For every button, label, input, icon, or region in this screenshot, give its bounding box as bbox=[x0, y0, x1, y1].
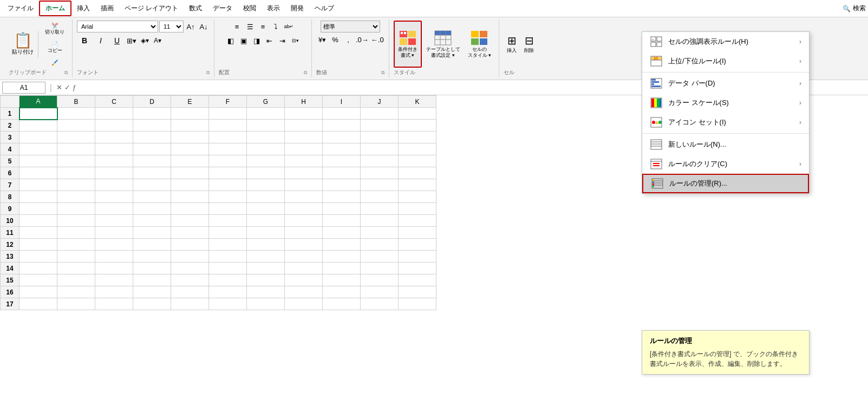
clipboard-expand-icon[interactable]: ⧉ bbox=[64, 70, 68, 76]
format-painter-button[interactable]: 🖌️ bbox=[42, 57, 68, 68]
cell-F5[interactable] bbox=[209, 155, 247, 167]
cell-C12[interactable] bbox=[95, 239, 133, 251]
cell-F6[interactable] bbox=[209, 167, 247, 179]
cell-I6[interactable] bbox=[323, 167, 361, 179]
formula-insert-icon[interactable]: ƒ bbox=[73, 83, 76, 91]
cell-I4[interactable] bbox=[323, 143, 361, 155]
cell-C10[interactable] bbox=[95, 215, 133, 227]
number-expand-icon[interactable]: ⧉ bbox=[381, 70, 384, 76]
cell-B10[interactable] bbox=[57, 215, 95, 227]
cell-B17[interactable] bbox=[57, 298, 95, 310]
cell-B13[interactable] bbox=[57, 251, 95, 263]
cell-G11[interactable] bbox=[247, 227, 285, 239]
cell-I1[interactable] bbox=[323, 108, 361, 120]
cell-D5[interactable] bbox=[133, 155, 171, 167]
cell-I16[interactable] bbox=[323, 286, 361, 298]
paste-button[interactable]: 📋 貼り付け bbox=[9, 31, 38, 58]
col-header-J[interactable]: J bbox=[361, 96, 399, 108]
cell-H7[interactable] bbox=[285, 179, 323, 191]
row-header-7[interactable]: 7 bbox=[1, 179, 19, 191]
cell-D7[interactable] bbox=[133, 179, 171, 191]
cell-A2[interactable] bbox=[19, 120, 57, 132]
wrap-text-button[interactable]: ab↵ bbox=[283, 21, 295, 32]
cell-D6[interactable] bbox=[133, 167, 171, 179]
percent-button[interactable]: % bbox=[329, 34, 341, 45]
cell-C9[interactable] bbox=[95, 203, 133, 215]
cell-C4[interactable] bbox=[95, 143, 133, 155]
cell-reference-box[interactable] bbox=[2, 82, 45, 94]
cell-I10[interactable] bbox=[323, 215, 361, 227]
cell-J15[interactable] bbox=[361, 274, 399, 286]
cell-K17[interactable] bbox=[399, 298, 436, 310]
merge-center-button[interactable]: ⊟▾ bbox=[290, 35, 302, 47]
menu-help[interactable]: ヘルプ bbox=[309, 2, 340, 15]
cell-K12[interactable] bbox=[399, 239, 436, 251]
decimal-decrease-button[interactable]: ←.0 bbox=[370, 34, 384, 45]
underline-button[interactable]: U bbox=[109, 35, 125, 47]
cell-B6[interactable] bbox=[57, 167, 95, 179]
cell-H17[interactable] bbox=[285, 298, 323, 310]
cell-G15[interactable] bbox=[247, 274, 285, 286]
row-header-14[interactable]: 14 bbox=[1, 263, 19, 274]
cell-F17[interactable] bbox=[209, 298, 247, 310]
cell-D15[interactable] bbox=[133, 274, 171, 286]
comma-button[interactable]: , bbox=[342, 34, 354, 45]
col-header-B[interactable]: B bbox=[57, 96, 95, 108]
cell-H3[interactable] bbox=[285, 132, 323, 143]
cell-K13[interactable] bbox=[399, 251, 436, 263]
menu-view[interactable]: 表示 bbox=[262, 2, 285, 15]
increase-indent-button[interactable]: ⇥ bbox=[277, 35, 289, 47]
cell-J12[interactable] bbox=[361, 239, 399, 251]
cell-K4[interactable] bbox=[399, 143, 436, 155]
cell-K5[interactable] bbox=[399, 155, 436, 167]
cell-H5[interactable] bbox=[285, 155, 323, 167]
cell-A11[interactable] bbox=[19, 227, 57, 239]
cell-J10[interactable] bbox=[361, 215, 399, 227]
cell-B16[interactable] bbox=[57, 286, 95, 298]
cell-B4[interactable] bbox=[57, 143, 95, 155]
cell-C17[interactable] bbox=[95, 298, 133, 310]
cell-I3[interactable] bbox=[323, 132, 361, 143]
cell-K3[interactable] bbox=[399, 132, 436, 143]
cell-J16[interactable] bbox=[361, 286, 399, 298]
cell-C7[interactable] bbox=[95, 179, 133, 191]
cell-I9[interactable] bbox=[323, 203, 361, 215]
row-header-11[interactable]: 11 bbox=[1, 227, 19, 239]
border-button[interactable]: ⊞▾ bbox=[126, 35, 138, 47]
cell-K14[interactable] bbox=[399, 263, 436, 274]
row-header-8[interactable]: 8 bbox=[1, 191, 19, 203]
highlight-rules-item[interactable]: < セルの強調表示ルール(H) › bbox=[642, 32, 809, 51]
cell-D2[interactable] bbox=[133, 120, 171, 132]
cell-G3[interactable] bbox=[247, 132, 285, 143]
cell-J14[interactable] bbox=[361, 263, 399, 274]
cell-H4[interactable] bbox=[285, 143, 323, 155]
cell-C6[interactable] bbox=[95, 167, 133, 179]
cell-B2[interactable] bbox=[57, 120, 95, 132]
cell-G8[interactable] bbox=[247, 191, 285, 203]
cell-C15[interactable] bbox=[95, 274, 133, 286]
row-header-10[interactable]: 10 bbox=[1, 215, 19, 227]
cell-F11[interactable] bbox=[209, 227, 247, 239]
top-bottom-item[interactable]: 10 上位/下位ルール(I) › bbox=[642, 51, 809, 71]
align-top-right-button[interactable]: ≡ bbox=[257, 21, 269, 32]
cell-I12[interactable] bbox=[323, 239, 361, 251]
conditional-format-button[interactable]: 条件付き書式 ▾ bbox=[394, 21, 422, 68]
cell-D10[interactable] bbox=[133, 215, 171, 227]
cell-J7[interactable] bbox=[361, 179, 399, 191]
cell-G17[interactable] bbox=[247, 298, 285, 310]
cell-H2[interactable] bbox=[285, 120, 323, 132]
cell-E17[interactable] bbox=[171, 298, 209, 310]
formula-cancel-icon[interactable]: ✕ bbox=[56, 83, 62, 91]
cell-E2[interactable] bbox=[171, 120, 209, 132]
cell-E6[interactable] bbox=[171, 167, 209, 179]
cell-B14[interactable] bbox=[57, 263, 95, 274]
cell-B12[interactable] bbox=[57, 239, 95, 251]
cell-A10[interactable] bbox=[19, 215, 57, 227]
cell-E13[interactable] bbox=[171, 251, 209, 263]
cell-I2[interactable] bbox=[323, 120, 361, 132]
cell-D16[interactable] bbox=[133, 286, 171, 298]
cell-A17[interactable] bbox=[19, 298, 57, 310]
cell-A14[interactable] bbox=[19, 263, 57, 274]
align-left-button[interactable]: ◧ bbox=[225, 35, 237, 47]
menu-data[interactable]: データ bbox=[207, 2, 238, 15]
